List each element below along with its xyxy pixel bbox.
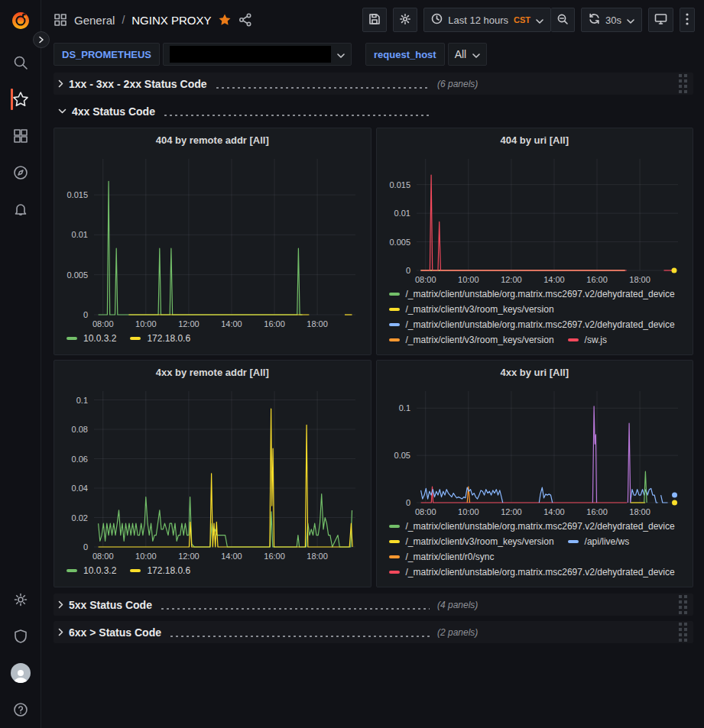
dashboard-body: 1xx - 3xx - 2xx Status Code (6 panels) 4… <box>41 69 704 728</box>
sidebar-item-search[interactable] <box>0 44 41 81</box>
svg-text:0.1: 0.1 <box>398 403 410 413</box>
legend-swatch <box>568 540 579 543</box>
grafana-logo-icon[interactable] <box>11 11 31 34</box>
legend-item[interactable]: 172.18.0.6 <box>130 333 190 344</box>
row-title: 6xx > Status Code <box>69 626 161 639</box>
legend-swatch <box>389 338 400 341</box>
row-title: 5xx Status Code <box>69 599 152 611</box>
svg-text:14:00: 14:00 <box>221 552 242 561</box>
legend-label: 10.0.3.2 <box>83 333 116 344</box>
legend-item[interactable]: /_matrix/client/v3/room_keys/version <box>389 335 554 345</box>
variable-request-host-label[interactable]: request_host <box>365 43 445 66</box>
legend-label: /_matrix/client/r0/sync <box>406 552 495 562</box>
legend-label: /_matrix/client/v3/room_keys/version <box>406 304 554 315</box>
sidebar-item-profile[interactable] <box>0 655 41 691</box>
legend-swatch <box>389 555 400 558</box>
svg-text:0.005: 0.005 <box>67 270 88 280</box>
apps-grid-icon[interactable] <box>54 13 67 27</box>
row-drag-handle[interactable] <box>679 595 687 614</box>
sidebar-item-explore[interactable] <box>0 154 41 191</box>
chevron-down-icon <box>536 15 543 26</box>
svg-text:10:00: 10:00 <box>135 552 157 561</box>
sidebar-item-help[interactable] <box>0 691 41 728</box>
variable-request-host-value-dropdown[interactable]: All <box>448 43 488 66</box>
refresh-interval-picker[interactable]: 30s <box>581 8 642 32</box>
panel-title[interactable]: 404 by uri [All] <box>381 128 689 151</box>
legend-swatch <box>67 569 77 572</box>
save-icon <box>368 13 381 28</box>
refresh-icon <box>589 13 600 27</box>
row-header-1xx[interactable]: 1xx - 3xx - 2xx Status Code (6 panels) <box>54 73 693 95</box>
panel-title[interactable]: 4xx by uri [All] <box>381 361 689 383</box>
legend-item[interactable]: /api/live/ws <box>568 536 630 547</box>
save-dashboard-button[interactable] <box>362 8 387 32</box>
legend-label: /_matrix/client/v3/room_keys/version <box>406 536 554 547</box>
legend-label: /_matrix/client/unstable/org.matrix.msc2… <box>406 521 675 532</box>
sidebar-item-configuration[interactable] <box>0 581 41 618</box>
row-drag-handle[interactable] <box>679 74 687 93</box>
legend-item[interactable]: /sw.js <box>568 335 607 345</box>
svg-text:18:00: 18:00 <box>307 552 328 561</box>
breadcrumb-title[interactable]: NGINX PROXY <box>131 14 211 27</box>
variable-ds-prometheus-label[interactable]: DS_PROMETHEUS <box>54 43 160 66</box>
share-icon[interactable] <box>238 13 252 27</box>
breadcrumb-section[interactable]: General <box>74 14 115 27</box>
kebab-icon <box>686 13 689 28</box>
panel-title[interactable]: 404 by remote addr [All] <box>59 128 366 151</box>
panel-404-by-remote-addr: 404 by remote addr [All] 00.0050.010.015… <box>54 128 371 355</box>
sidebar-item-starred[interactable] <box>0 81 41 118</box>
legend-swatch <box>568 338 579 341</box>
svg-text:12:00: 12:00 <box>178 319 200 328</box>
panel-legend: 10.0.3.2172.18.0.6 <box>59 564 366 587</box>
row-drag-handle[interactable] <box>679 623 687 642</box>
sidebar-item-dashboards[interactable] <box>0 118 41 154</box>
row-header-5xx[interactable]: 5xx Status Code (4 panels) <box>54 594 693 616</box>
legend-item[interactable]: /_matrix/client/unstable/org.matrix.msc2… <box>389 319 675 330</box>
legend-item[interactable]: /_matrix/client/v3/room_keys/version <box>389 536 554 547</box>
variables-bar: DS_PROMETHEUS request_host All <box>41 40 704 69</box>
legend-item[interactable]: /_matrix/client/v3/room_keys/version <box>389 304 554 315</box>
star-outline-icon <box>11 90 30 108</box>
svg-text:12:00: 12:00 <box>501 275 522 284</box>
cycle-view-mode-button[interactable] <box>648 8 673 32</box>
svg-text:12:00: 12:00 <box>178 552 200 561</box>
legend-item[interactable]: /_matrix/client/r0/sync <box>389 552 495 562</box>
row-panels-count: (4 panels) <box>437 600 478 610</box>
legend-label: 172.18.0.6 <box>147 333 190 344</box>
sidebar-expand-button[interactable] <box>33 31 50 48</box>
zoom-out-time-button[interactable] <box>551 8 575 32</box>
row-header-4xx[interactable]: 4xx Status Code <box>54 100 693 122</box>
panel-plot-area[interactable]: 00.0050.010.01508:0010:0012:0014:0016:00… <box>381 151 689 287</box>
time-picker-group: Last 12 hours CST <box>423 8 575 32</box>
legend-swatch <box>389 323 400 326</box>
favorite-star-icon[interactable] <box>218 13 232 27</box>
legend-item[interactable]: /_matrix/client/unstable/org.matrix.msc2… <box>389 521 675 532</box>
time-range-picker[interactable]: Last 12 hours CST <box>423 8 551 32</box>
legend-item[interactable]: 10.0.3.2 <box>67 333 116 344</box>
legend-item[interactable]: /_matrix/client/unstable/org.matrix.msc2… <box>389 289 675 299</box>
time-range-label: Last 12 hours <box>448 15 508 26</box>
variable-ds-prometheus-value-dropdown[interactable] <box>163 43 352 66</box>
chevron-right-icon <box>58 628 63 636</box>
bell-icon <box>12 201 29 218</box>
kebab-menu-button[interactable] <box>680 8 695 32</box>
svg-text:0.1: 0.1 <box>76 396 88 405</box>
svg-text:14:00: 14:00 <box>221 319 242 328</box>
legend-item[interactable]: /_matrix/client/unstable/org.matrix.msc2… <box>389 567 675 578</box>
svg-text:0: 0 <box>83 310 88 319</box>
panel-plot-area[interactable]: 00.020.040.060.080.108:0010:0012:0014:00… <box>59 383 366 564</box>
legend-item[interactable]: 10.0.3.2 <box>67 565 116 576</box>
sidebar-item-alerting[interactable] <box>0 191 41 228</box>
dashboard-settings-button[interactable] <box>393 8 417 32</box>
sidebar-item-server-admin[interactable] <box>0 618 41 655</box>
row-header-6xx[interactable]: 6xx > Status Code (2 panels) <box>54 621 693 643</box>
svg-text:0.01: 0.01 <box>72 230 88 239</box>
refresh-interval-label: 30s <box>605 15 621 26</box>
chevron-down-icon <box>337 48 345 60</box>
panel-plot-area[interactable]: 00.050.108:0010:0012:0014:0016:0018:00 <box>381 383 689 519</box>
legend-item[interactable]: 172.18.0.6 <box>130 565 190 576</box>
panel-legend: 10.0.3.2172.18.0.6 <box>59 332 366 354</box>
svg-text:0: 0 <box>83 542 88 552</box>
panel-plot-area[interactable]: 00.0050.010.01508:0010:0012:0014:0016:00… <box>59 151 366 332</box>
panel-title[interactable]: 4xx by remote addr [All] <box>59 361 366 383</box>
